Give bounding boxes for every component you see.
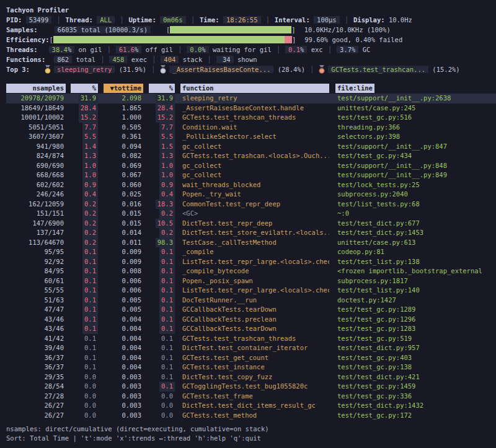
table-row[interactable]: 43/460.10.0040.1GCCallbackTests.tearDown… xyxy=(6,324,496,334)
table-row[interactable]: 84/950.10.0080.1_compile_bytecode<frozen… xyxy=(6,266,496,276)
table-row[interactable]: 151/1510.20.0150.2<GC>~:0 xyxy=(6,209,496,219)
table-row[interactable]: 602/6020.90.0600.9wait_threads_blockedte… xyxy=(6,180,496,190)
cell-tottime: 0.003 xyxy=(104,392,143,402)
cell-cumulative-pct: 0.2 xyxy=(149,209,175,219)
table-row[interactable]: 28/540.00.0030.1GCTogglingTests.test_bug… xyxy=(6,382,496,392)
efficiency-bar-good xyxy=(53,36,285,43)
table-row[interactable]: 27/280.00.0030.0GCTests.test_frametest/t… xyxy=(6,392,496,402)
table-row[interactable]: 26/270.00.0030.0DictTest.test_dict_items… xyxy=(6,401,496,411)
table-row[interactable]: 95/950.10.0090.1_compilecodeop.py:81 xyxy=(6,247,496,257)
table-row[interactable]: 47/470.10.0050.1GCCallbackTests.tearDown… xyxy=(6,305,496,315)
table-row[interactable]: 113/646700.20.01198.3TestCase._callTestM… xyxy=(6,238,496,248)
cell-fileline: test/test_gc.py:1296 xyxy=(335,315,490,325)
top3-entry: _AssertRaisesBaseConte... (28.4%) xyxy=(160,65,305,74)
cell-function: Popen._try_wait xyxy=(180,190,329,200)
separator: │ xyxy=(186,16,200,24)
cell-direct-pct: 15.2 xyxy=(71,113,98,123)
table-row[interactable]: 60/610.10.0060.1Popen._posix_spawnsubpro… xyxy=(6,276,496,286)
table-row[interactable]: 92/920.10.0090.1ListTest.test_repr_large… xyxy=(6,257,496,267)
separator: │ xyxy=(305,66,319,73)
table-row[interactable]: 824/8741.30.0821.3GCTests.test_trashcan.… xyxy=(6,151,496,161)
function-stat-value: 458 xyxy=(109,56,127,63)
uptime-label: Uptime: xyxy=(128,16,156,24)
cell-function: _AssertRaisesBaseContext.handle xyxy=(180,103,329,113)
table-row[interactable]: 147/69000.20.01510.5DictTest.test_repr_d… xyxy=(6,219,496,229)
time-value: 18:26:55 xyxy=(223,16,261,24)
threads-line: Threads: 38.4% on gil│61.6% off gil│0.0%… xyxy=(6,45,496,55)
column-header-fileline[interactable]: file:line xyxy=(335,84,490,94)
cell-function: DictTest.test_container_iterator xyxy=(180,343,329,353)
cell-tottime: 0.005 xyxy=(104,305,143,315)
column-header-cumulative-pct[interactable]: % xyxy=(149,84,175,94)
table-row[interactable]: 246/2460.40.0250.4Popen._try_waitsubproc… xyxy=(6,190,496,200)
thread-value: ALL xyxy=(97,16,115,24)
pid-label: PID: xyxy=(6,16,22,24)
table-row[interactable]: 55/550.10.0060.1ListTest.test_repr_large… xyxy=(6,286,496,296)
cell-cumulative-pct: 0.1 xyxy=(149,266,175,276)
table-row[interactable]: 43/460.10.0040.1GCCallbackTests.preclean… xyxy=(6,315,496,325)
cell-tottime: 1.000 xyxy=(104,113,143,123)
cell-direct-pct: 1.4 xyxy=(71,142,98,152)
cell-function: DictTest.test_repr_deep xyxy=(180,219,329,229)
table-row-selected[interactable]: 20978/2097931.92.09831.9sleeping_retryte… xyxy=(6,94,496,103)
cell-cumulative-pct: 0.1 xyxy=(149,296,175,305)
time-label: Time: xyxy=(200,16,219,24)
bar-bracket: ] xyxy=(291,26,295,33)
cell-cumulative-pct: 1.0 xyxy=(149,161,175,171)
column-header-direct-pct[interactable]: % xyxy=(71,84,98,94)
table-row[interactable]: 941/9801.40.0941.5gc_collecttest/support… xyxy=(6,142,496,152)
cell-function: _PollLikeSelector.select xyxy=(180,132,329,142)
cell-direct-pct: 0.2 xyxy=(71,238,98,248)
cell-direct-pct: 1.0 xyxy=(71,170,98,180)
cell-tottime: 0.011 xyxy=(104,238,143,248)
cell-fileline: ~:0 xyxy=(335,209,490,219)
cell-nsamples: 137/147 xyxy=(6,228,66,238)
table-row[interactable]: 668/6681.00.0671.0gc_collecttest/support… xyxy=(6,170,496,180)
medal-bronze-icon xyxy=(319,65,325,74)
uptime-value: 0m06s xyxy=(160,16,186,24)
cell-direct-pct: 1.0 xyxy=(71,161,98,171)
cell-nsamples: 20978/20979 xyxy=(6,94,66,103)
cell-function: GCCallbackTests.preclean xyxy=(180,315,329,325)
column-header-function[interactable]: function xyxy=(180,84,329,94)
cell-cumulative-pct: 0.1 xyxy=(149,286,175,296)
table-row[interactable]: 137/1470.20.0140.2DictTest.test_store_ev… xyxy=(6,228,496,238)
cell-nsamples: 246/246 xyxy=(6,190,66,200)
cell-nsamples: 43/46 xyxy=(6,324,66,334)
table-row[interactable]: 41/420.10.0040.1GCTests.test_trashcan_th… xyxy=(6,334,496,344)
cell-nsamples: 84/95 xyxy=(6,266,66,276)
table-row[interactable]: 36/370.10.0040.1GCTests.test_get_countte… xyxy=(6,353,496,363)
table-row[interactable]: 29/350.00.0030.1DictTest.test_copy_fuzzt… xyxy=(6,372,496,382)
thread-stat-value: 3.7% xyxy=(337,46,358,53)
cell-nsamples: 668/668 xyxy=(6,170,66,180)
medal-gold-icon xyxy=(45,65,51,74)
table-row[interactable]: 39/400.10.0040.1DictTest.test_container_… xyxy=(6,343,496,353)
function-stat-label: shown xyxy=(234,56,257,63)
table-row[interactable]: 18649/1864928.41.86528.4_AssertRaisesBas… xyxy=(6,103,496,113)
cell-fileline: test/lock_tests.py:25 xyxy=(335,180,490,190)
column-header-nsamples[interactable]: nsamples xyxy=(6,84,66,94)
table-row[interactable]: 10001/1000215.21.00015.2GCTests.test_tra… xyxy=(6,113,496,123)
interval-label: Interval: xyxy=(275,16,310,24)
cell-nsamples: 26/27 xyxy=(6,401,66,411)
table-row[interactable]: 3607/36075.50.3615.5_PollLikeSelector.se… xyxy=(6,132,496,142)
cell-nsamples: 602/602 xyxy=(6,180,66,190)
top3-percent: (28.4%) xyxy=(273,66,305,73)
thread-stat-label: GC xyxy=(358,46,370,53)
cell-fileline: subprocess.py:2040 xyxy=(335,190,490,200)
cell-cumulative-pct: 0.1 xyxy=(149,315,175,325)
column-header-tottime-sorted[interactable]: ▼tottime xyxy=(104,84,143,94)
cell-fileline: test/test_gc.py:1289 xyxy=(335,305,490,315)
table-row[interactable]: 51/630.10.0050.1DocTestRunner.__rundocte… xyxy=(6,296,496,305)
cell-cumulative-pct: 28.4 xyxy=(149,103,175,113)
table-row[interactable]: 5051/50517.70.5057.7Condition.waitthread… xyxy=(6,123,496,133)
separator: │ xyxy=(340,16,353,24)
table-row[interactable]: 162/120590.20.01618.3CommonTest.test_rep… xyxy=(6,200,496,209)
table-row[interactable]: 36/370.10.0040.1GCTests.test_instancetes… xyxy=(6,362,496,372)
table-row[interactable]: 26/270.00.0030.0GCTests.test_methodtest/… xyxy=(6,411,496,421)
table-row[interactable]: 690/6901.00.0691.0gc_collecttest/support… xyxy=(6,161,496,171)
cell-cumulative-pct: 1.3 xyxy=(149,151,175,161)
cell-tottime: 0.004 xyxy=(104,353,143,363)
cell-direct-pct: 0.9 xyxy=(71,180,98,190)
cell-direct-pct: 0.1 xyxy=(71,334,98,344)
